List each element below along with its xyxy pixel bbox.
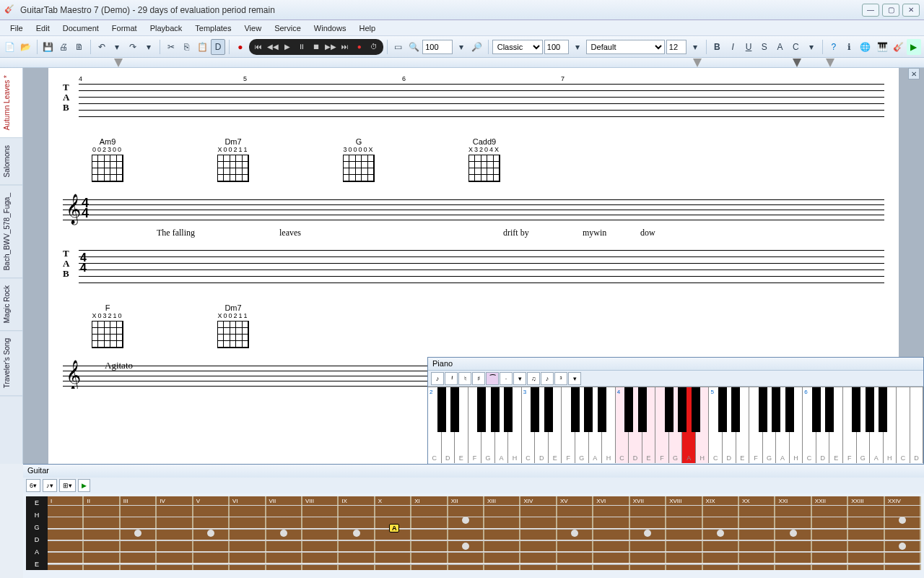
white-key[interactable]: A [589,387,603,463]
white-key[interactable]: D [535,387,549,463]
mode-d-icon[interactable]: D [211,39,225,55]
menu-document[interactable]: Document [57,22,105,34]
white-key[interactable]: D [629,387,642,463]
piano-tool-triplet[interactable]: ³ [554,372,567,385]
rewind-icon[interactable]: ◀◀ [266,40,279,53]
fret[interactable]: XIX [703,496,739,570]
font-family-select[interactable]: Classic [492,40,543,54]
fontsize-dropdown-icon[interactable]: ▾ [570,39,585,55]
white-key[interactable]: E [829,387,843,463]
fret[interactable]: IX [339,496,375,570]
white-key[interactable]: F [749,387,763,463]
piano-tool-beam[interactable]: ♫ [527,372,540,385]
ruler-marker-mid[interactable] [693,59,702,67]
stop-icon[interactable]: ⏹ [310,40,323,53]
bold-icon[interactable]: B [710,39,725,55]
forward-end-icon[interactable]: ⏭ [339,40,352,53]
fret[interactable]: VIII [302,496,339,570]
record-icon[interactable]: ● [233,39,248,55]
doc-tab-autumn-leaves[interactable]: Autumn Leaves * [0,68,22,138]
close-button[interactable]: ✕ [902,4,920,17]
white-key[interactable]: G [481,387,495,463]
fret[interactable]: IV [157,496,193,570]
chordsize-dropdown-icon[interactable]: ▾ [688,39,702,55]
menu-windows[interactable]: Windows [308,22,352,34]
preview-icon[interactable]: 🗎 [72,39,87,55]
forward-icon[interactable]: ▶▶ [324,40,337,53]
zoom-out-icon[interactable]: 🔍 [406,39,421,55]
guitar-view-icon[interactable]: 🎸 [891,39,905,55]
white-key[interactable]: E [455,387,468,463]
menu-help[interactable]: Help [353,22,381,34]
white-key[interactable]: H [602,387,616,463]
ruler-marker-right[interactable] [793,59,801,67]
fret[interactable]: XVII [630,496,666,570]
zoom-input[interactable] [422,40,453,54]
white-key[interactable]: H [508,387,522,463]
zoom-fit-icon[interactable]: ▭ [391,39,406,55]
piano-tool-tie[interactable]: ⁀ [486,372,499,385]
doc-tab-magic-rock[interactable]: Magic Rock [0,278,22,331]
info-icon[interactable]: ℹ [842,39,857,55]
fret[interactable]: VII [266,496,302,570]
white-key[interactable]: C3 [522,387,536,463]
redo-dropdown-icon[interactable]: ▾ [141,39,156,55]
save-icon[interactable]: 💾 [40,39,55,55]
loop-icon[interactable]: ● [353,40,366,53]
white-key[interactable]: D [442,387,456,463]
rewind-start-icon[interactable]: ⏮ [252,40,265,53]
white-key[interactable]: F [655,387,669,463]
white-key[interactable]: F [843,387,857,463]
italic-icon[interactable]: I [725,39,740,55]
new-icon[interactable]: 📄 [3,39,17,55]
undo-dropdown-icon[interactable]: ▾ [110,39,125,55]
metronome-icon[interactable]: ⏱ [367,40,380,53]
doc-tab-salomons[interactable]: Salomons [0,138,22,185]
fret[interactable]: X [375,496,411,570]
print-icon[interactable]: 🖨 [56,39,71,55]
fret[interactable]: XV [557,496,593,570]
fret[interactable]: XXIV [885,496,921,570]
active-fret-note[interactable]: A [389,524,400,532]
menu-file[interactable]: File [4,22,29,34]
ruler-marker-end[interactable] [826,59,834,67]
strike-icon[interactable]: S [757,39,772,55]
fret[interactable]: XVI [593,496,629,570]
play-panel-icon[interactable]: ▶ [907,39,921,55]
help-icon[interactable]: ? [827,39,841,55]
text-c-icon[interactable]: C [789,39,803,55]
menu-playback[interactable]: Playback [144,22,188,34]
doc-tab-bach[interactable]: Bach_BWV_578_Fuga_ [0,186,22,278]
ruler[interactable] [0,58,924,68]
piano-tool-flag[interactable]: ♪ [541,372,554,385]
fret[interactable]: XIV [520,496,557,570]
style-preset-select[interactable]: Default [586,40,665,54]
minimize-button[interactable]: — [862,4,879,17]
piano-tool-natural[interactable]: ♮ [458,372,471,385]
fret[interactable]: VI [230,496,266,570]
text-a-icon[interactable]: A [773,39,788,55]
fret[interactable]: XI [411,496,448,570]
white-key[interactable]: A [870,387,884,463]
white-key[interactable]: H [884,387,897,463]
white-key[interactable]: H [790,387,803,463]
white-key[interactable]: E [736,387,750,463]
white-key[interactable]: E [549,387,562,463]
white-key[interactable]: A [495,387,509,463]
white-key[interactable]: C5 [709,387,723,463]
fret[interactable]: XXI [775,496,811,570]
maximize-button[interactable]: ▢ [882,4,899,17]
open-icon[interactable]: 📂 [19,39,33,55]
piano-tool-dropdown[interactable]: ▾ [568,372,581,385]
white-key[interactable]: G [575,387,589,463]
white-key[interactable]: D [910,387,924,463]
menu-templates[interactable]: Templates [189,22,237,34]
piano-tool-dot[interactable]: · [500,372,513,385]
chord-size-input[interactable] [666,40,687,54]
guitar-tool-play[interactable]: ▶ [78,479,90,492]
white-key[interactable]: G [857,387,871,463]
white-key[interactable]: G [763,387,777,463]
piano-keyboard[interactable]: C2DEFGAHC3DEFGAHC4DEFGAHC5DEFGAHC6DEFGAH… [428,387,923,463]
fretboard[interactable]: EHGDAE IIIIIIIVVVIVIIVIIIIXXXIXIIXIIIXIV… [26,496,921,570]
piano-tool-down[interactable]: ▾ [513,372,526,385]
